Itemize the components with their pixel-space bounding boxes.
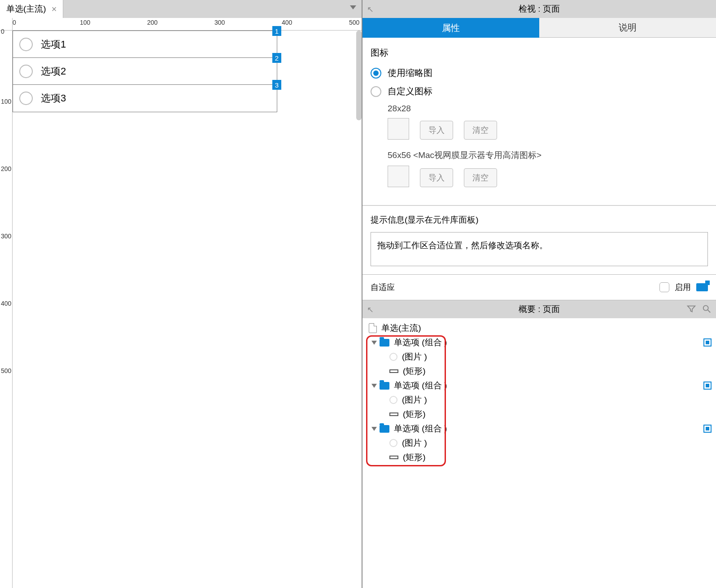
outline-group-label: 单选项 (组合 ) — [394, 337, 447, 348]
clear-button[interactable]: 清空 — [464, 168, 497, 187]
ruler-h-tick: 300 — [214, 19, 225, 26]
radio-dot-icon — [371, 86, 381, 97]
outline-group-row[interactable]: 单选项 (组合 ) — [362, 421, 716, 436]
canvas[interactable]: 选项1 1 选项2 2 选项3 3 — [13, 31, 362, 588]
ruler-v-tick: 200 — [1, 165, 11, 172]
adaptive-row: 自适应 启用 — [362, 275, 716, 300]
chevron-down-icon[interactable] — [371, 341, 377, 345]
folder-icon — [380, 382, 389, 390]
folder-icon — [380, 425, 389, 433]
chevron-down-icon[interactable] — [371, 427, 377, 431]
ruler-h-tick: 500 — [349, 19, 359, 26]
tab-properties[interactable]: 属性 — [362, 18, 539, 38]
outline-body: 单选(主流) 单选项 (组合 ) (图片 ) (矩形) 单选项 (组合 ) (图… — [362, 318, 716, 588]
outline-group-label: 单选项 (组合 ) — [394, 423, 447, 434]
icon-28-row: 28x28 导入 清空 — [388, 104, 708, 140]
inspector-header: ↖ 检视 : 页面 — [362, 0, 716, 18]
outline-child-row[interactable]: (矩形) — [362, 364, 716, 378]
folder-icon — [380, 339, 389, 347]
radio-widget-group[interactable]: 选项1 1 选项2 2 选项3 3 — [13, 31, 277, 112]
radio-dot-icon — [371, 68, 381, 79]
tab-notes[interactable]: 说明 — [539, 18, 716, 38]
close-icon[interactable]: × — [52, 4, 57, 14]
chevron-down-icon[interactable] — [371, 384, 377, 388]
outline-child-row[interactable]: (矩形) — [362, 450, 716, 465]
outline-group-label: 单选项 (组合 ) — [394, 380, 447, 391]
option-use-thumbnail[interactable]: 使用缩略图 — [371, 67, 708, 79]
rectangle-icon — [389, 456, 398, 459]
collapse-icon[interactable]: ↖ — [367, 4, 374, 14]
ruler-h-tick: 0 — [13, 19, 16, 26]
image-icon — [389, 353, 397, 361]
import-button[interactable]: 导入 — [420, 121, 453, 140]
outline-title: 概要 : 页面 — [519, 303, 560, 315]
enable-label: 启用 — [675, 282, 691, 293]
search-icon[interactable] — [702, 304, 712, 316]
outline-child-label: (矩形) — [403, 452, 426, 463]
option-label: 使用缩略图 — [388, 67, 432, 79]
inspector-title: 检视 : 页面 — [519, 3, 560, 15]
outline-child-row[interactable]: (图片 ) — [362, 436, 716, 450]
selection-handle[interactable]: 3 — [272, 80, 281, 90]
outline-child-label: (图片 ) — [402, 394, 427, 406]
radio-icon[interactable] — [19, 65, 33, 78]
selection-handle[interactable]: 2 — [272, 53, 281, 63]
outline-child-row[interactable]: (图片 ) — [362, 350, 716, 364]
ruler-h-tick: 100 — [80, 19, 90, 26]
collapse-icon[interactable]: ↖ — [367, 305, 374, 315]
outline-header: ↖ 概要 : 页面 — [362, 300, 716, 318]
icon-preview-28 — [388, 118, 409, 140]
radio-row[interactable]: 选项2 2 — [13, 58, 277, 85]
visibility-toggle[interactable] — [703, 382, 712, 390]
ruler-v-tick: 300 — [1, 233, 11, 240]
hint-section: 提示信息(显示在元件库面板) 拖动到工作区合适位置，然后修改选项名称。 — [362, 206, 716, 275]
enable-checkbox[interactable] — [659, 282, 669, 292]
adaptive-label: 自适应 — [371, 282, 395, 293]
filter-icon[interactable] — [686, 304, 696, 316]
radio-icon[interactable] — [19, 92, 33, 105]
radio-row[interactable]: 选项1 1 — [13, 31, 277, 58]
size-label: 28x28 — [388, 104, 708, 114]
size-label: 56x56 <Mac视网膜显示器专用高清图标> — [388, 149, 708, 161]
image-icon — [389, 396, 397, 404]
tab-label: 单选(主流) — [6, 3, 46, 15]
tabbar: 单选(主流) × — [0, 0, 362, 18]
adaptive-icon[interactable] — [696, 283, 708, 291]
document-tab[interactable]: 单选(主流) × — [0, 0, 63, 18]
radio-label: 选项3 — [41, 92, 66, 105]
inspector-tabs: 属性 说明 — [362, 18, 716, 38]
outline-child-row[interactable]: (矩形) — [362, 407, 716, 421]
icon-section-title: 图标 — [371, 47, 708, 59]
outline-child-row[interactable]: (图片 ) — [362, 393, 716, 407]
ruler-v-tick: 400 — [1, 300, 11, 307]
outline-child-label: (图片 ) — [402, 437, 427, 449]
import-button[interactable]: 导入 — [420, 168, 453, 187]
option-custom-icon[interactable]: 自定义图标 — [371, 85, 708, 97]
ruler-h-tick: 200 — [147, 19, 157, 26]
selection-handle[interactable]: 1 — [272, 26, 281, 36]
outline-group-row[interactable]: 单选项 (组合 ) — [362, 335, 716, 350]
ruler-v-tick: 500 — [1, 367, 11, 374]
outline-page-row[interactable]: 单选(主流) — [362, 321, 716, 335]
hint-textarea[interactable]: 拖动到工作区合适位置，然后修改选项名称。 — [371, 232, 708, 266]
visibility-toggle[interactable] — [703, 338, 712, 347]
visibility-toggle[interactable] — [703, 425, 712, 433]
outline-child-label: (图片 ) — [402, 351, 427, 363]
page-icon — [369, 323, 377, 333]
vertical-scrollbar[interactable] — [356, 31, 362, 120]
outline-page-label: 单选(主流) — [381, 322, 421, 334]
outline-child-label: (矩形) — [403, 408, 426, 420]
radio-row[interactable]: 选项3 3 — [13, 85, 277, 112]
image-icon — [389, 439, 397, 447]
ruler-horizontal[interactable]: 0 100 200 300 400 500 — [13, 18, 362, 31]
option-label: 自定义图标 — [388, 85, 432, 97]
tab-dropdown-icon[interactable] — [350, 5, 356, 9]
radio-icon[interactable] — [19, 38, 33, 51]
outline-group-row[interactable]: 单选项 (组合 ) — [362, 378, 716, 393]
icon-preview-56 — [388, 166, 409, 187]
ruler-vertical[interactable]: 0 100 200 300 400 500 — [0, 31, 13, 588]
clear-button[interactable]: 清空 — [464, 121, 497, 140]
inspector-body: 图标 使用缩略图 自定义图标 28x28 导入 清空 56x56 <Mac视网膜… — [362, 38, 716, 206]
icon-56-row: 56x56 <Mac视网膜显示器专用高清图标> 导入 清空 — [388, 149, 708, 187]
rectangle-icon — [389, 369, 398, 373]
